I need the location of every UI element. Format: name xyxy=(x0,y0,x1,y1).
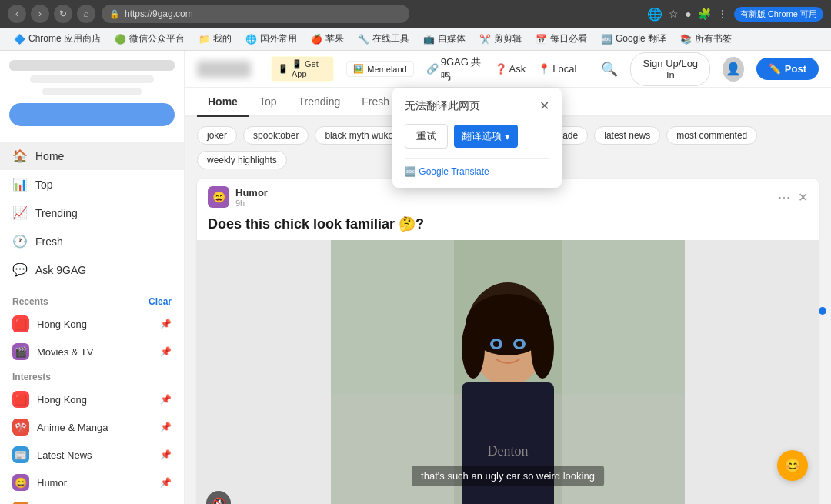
latest-news-icon: 📰 xyxy=(12,446,29,463)
tab-home[interactable]: Home xyxy=(197,88,249,117)
bookmark-tools[interactable]: 🔧 在线工具 xyxy=(352,30,416,48)
sidebar-recent-hong-kong[interactable]: 🟥 Hong Kong 📌 xyxy=(0,310,184,338)
chrome-update-badge[interactable]: 有新版 Chrome 可用 xyxy=(734,7,823,22)
translate-popup: 无法翻译此网页 ✕ 重试 翻译选项 ▾ 🔤 Google Translate xyxy=(392,88,562,188)
movies-tv-pin-icon[interactable]: 📌 xyxy=(160,346,172,357)
translate-icon[interactable]: 🌐 xyxy=(647,7,662,22)
tag-most-commented[interactable]: most commented xyxy=(666,126,757,145)
post-more-button[interactable]: ⋯ xyxy=(778,190,790,205)
bookmark-media[interactable]: 📺 自媒体 xyxy=(417,30,472,48)
movies-tv-label: Movies & TV xyxy=(37,346,93,358)
tag-latest-news[interactable]: latest news xyxy=(594,126,660,145)
latest-news-pin-icon[interactable]: 📌 xyxy=(160,449,172,460)
memeland-label: Memeland xyxy=(367,65,406,74)
settings-icon[interactable]: ⋮ xyxy=(717,8,728,20)
sidebar-item-ask9gag[interactable]: 💬 Ask 9GAG xyxy=(0,255,184,284)
user-avatar[interactable]: 👤 xyxy=(723,57,744,82)
google-translate-label: Google Translate xyxy=(419,166,489,177)
float-button[interactable]: 😊 xyxy=(777,450,808,481)
hong-kong-label: Hong Kong xyxy=(37,319,87,330)
sidebar-recent-movies-tv[interactable]: 🎬 Movies & TV 📌 xyxy=(0,338,184,365)
tab-trending[interactable]: Trending xyxy=(287,88,351,117)
bookmark-icon-tools: 🔧 xyxy=(358,34,369,45)
sidebar-user-area xyxy=(0,51,184,135)
sidebar-item-trending[interactable]: 📈 Trending xyxy=(0,199,184,227)
blurred-sub xyxy=(42,88,142,95)
sidebar-interest-latest-news[interactable]: 📰 Latest News 📌 xyxy=(0,441,184,469)
sidebar-item-ask9gag-label: Ask 9GAG xyxy=(35,264,86,276)
share-link[interactable]: 🔗 9GAG 共鸣 xyxy=(426,55,482,83)
interest-hong-kong-pin-icon[interactable]: 📌 xyxy=(160,394,172,405)
post-card: 😄 Humor 9h ⋯ ✕ Does this chick look fami… xyxy=(197,179,819,504)
browser-controls: ‹ › ↻ ⌂ xyxy=(8,5,95,23)
bookmark-apple[interactable]: 🍎 苹果 xyxy=(305,30,350,48)
share-icon: 🔗 xyxy=(426,63,439,75)
sidebar-interest-humor[interactable]: 😄 Humor 📌 xyxy=(0,469,184,496)
post-title: Does this chick look familiar 🤔? xyxy=(197,215,819,240)
local-icon: 📍 xyxy=(538,63,550,75)
memeland-button[interactable]: 🖼️ Memeland xyxy=(346,61,413,77)
sidebar-interest-anime[interactable]: 🎌 Anime & Manga 📌 xyxy=(0,413,184,441)
address-bar[interactable]: 🔒 https://9gag.com xyxy=(102,5,409,23)
anime-pin-icon[interactable]: 📌 xyxy=(160,422,172,432)
svg-point-11 xyxy=(516,341,522,347)
hong-kong-pin-icon[interactable]: 📌 xyxy=(160,319,172,329)
refresh-button[interactable]: ↻ xyxy=(54,5,72,23)
post-close-button[interactable]: ✕ xyxy=(798,190,808,205)
anime-icon: 🎌 xyxy=(12,419,29,436)
bookmark-chrome-store[interactable]: 🔷 Chrome 应用商店 xyxy=(8,30,107,48)
ask-label: Ask xyxy=(509,63,526,75)
post-button[interactable]: ✏️ Post xyxy=(756,58,819,80)
nine-gag-logo-blurred xyxy=(197,61,251,78)
ask-link[interactable]: ❓ Ask xyxy=(495,63,526,75)
recents-clear-button[interactable]: Clear xyxy=(149,296,172,307)
home-button[interactable]: ⌂ xyxy=(77,5,95,23)
bookmark-wechat[interactable]: 🟢 微信公众平台 xyxy=(108,30,191,48)
bookmark-my[interactable]: 📁 我的 xyxy=(192,30,238,48)
search-button[interactable]: 🔍 xyxy=(601,61,618,78)
trending-icon: 📈 xyxy=(12,205,28,220)
sidebar-item-top[interactable]: 📊 Top xyxy=(0,170,184,199)
post-category-name[interactable]: Humor xyxy=(235,187,772,199)
forward-button[interactable]: › xyxy=(31,5,49,23)
profile-icon[interactable]: ● xyxy=(685,8,691,20)
bookmark-icon[interactable]: ☆ xyxy=(669,8,679,20)
sidebar-item-home[interactable]: 🏠 Home xyxy=(0,142,184,170)
bookmark-label-tools: 在线工具 xyxy=(372,32,409,45)
translate-options-button[interactable]: 翻译选项 ▾ xyxy=(454,125,518,148)
get-app-button[interactable]: 📱 📱 Get App xyxy=(271,56,334,82)
translate-close-button[interactable]: ✕ xyxy=(539,98,549,113)
humor-pin-icon[interactable]: 📌 xyxy=(160,477,172,488)
sidebar-interest-memes[interactable]: 🤪 Memes 📌 xyxy=(0,496,184,504)
sidebar-nav: 🏠 Home 📊 Top 📈 Trending 🕐 Fresh 💬 Ask 9G… xyxy=(0,135,184,290)
bookmark-label-wechat: 微信公众平台 xyxy=(129,32,185,45)
svg-rect-14 xyxy=(331,240,454,504)
tab-top[interactable]: Top xyxy=(249,88,288,117)
tag-weekly-highlights[interactable]: weekly highlights xyxy=(197,151,287,169)
tag-spooktober[interactable]: spooktober xyxy=(243,126,309,145)
post-image-container: Denton that's such an ugly car so weird … xyxy=(197,240,819,504)
translate-options-label: 翻译选项 xyxy=(462,129,502,143)
bookmark-icon-chrome-store: 🔷 xyxy=(14,34,25,45)
bookmark-label-translate: Google 翻译 xyxy=(616,32,666,45)
post-category-icon[interactable]: 😄 xyxy=(208,186,229,208)
blurred-name xyxy=(9,60,175,71)
bookmark-edit[interactable]: ✂️ 剪剪辑 xyxy=(473,30,528,48)
sidebar-interest-hong-kong[interactable]: 🟥 Hong Kong 📌 xyxy=(0,386,184,413)
latest-news-label: Latest News xyxy=(37,449,92,461)
bookmark-daily[interactable]: 📅 每日必看 xyxy=(529,30,593,48)
local-link[interactable]: 📍 Local xyxy=(538,63,576,75)
tag-joker[interactable]: joker xyxy=(197,126,237,145)
back-button[interactable]: ‹ xyxy=(8,5,26,23)
bookmark-international[interactable]: 🌐 国外常用 xyxy=(239,30,303,48)
nine-gag-top-bar: 📱 📱 Get App 🖼️ Memeland 🔗 9GAG 共鸣 ❓ Ask … xyxy=(185,51,831,88)
post-time: 9h xyxy=(235,199,772,208)
signup-button[interactable]: Sign Up/Log In xyxy=(630,52,710,86)
bookmark-all[interactable]: 📚 所有书签 xyxy=(674,30,738,48)
sidebar-item-fresh[interactable]: 🕐 Fresh xyxy=(0,227,184,255)
translate-retry-button[interactable]: 重试 xyxy=(405,124,448,149)
extensions-icon[interactable]: 🧩 xyxy=(698,8,711,20)
bookmark-translate[interactable]: 🔤 Google 翻译 xyxy=(595,30,672,48)
bookmark-icon-daily: 📅 xyxy=(536,34,547,45)
bookmark-icon-apple: 🍎 xyxy=(311,34,322,45)
